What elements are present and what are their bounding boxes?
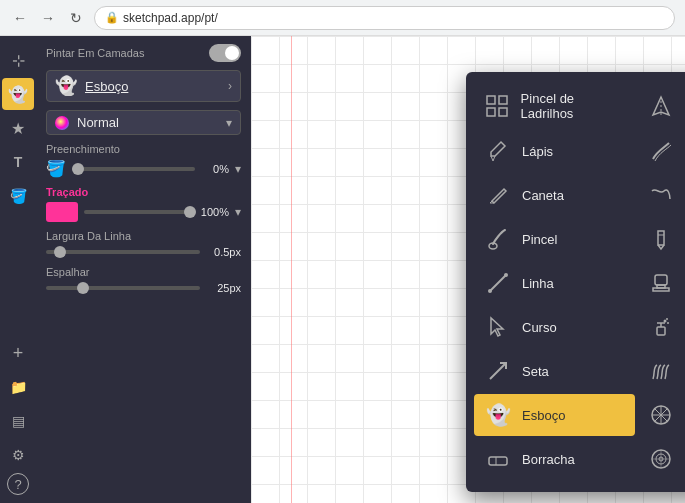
- brush-item-line[interactable]: Linha: [474, 262, 635, 304]
- sketch-label: Esboço: [522, 408, 565, 423]
- browser-chrome: ← → ↻ 🔒 sketchpad.app/pt/: [0, 0, 685, 36]
- fill-slider-thumb[interactable]: [72, 163, 84, 175]
- brush-item-crayon[interactable]: Giz de Cera: [637, 218, 685, 260]
- icon-bar-bottom: + 📁 ▤ ⚙ ?: [2, 337, 34, 503]
- brush-item-fur[interactable]: Pele: [637, 350, 685, 392]
- cursor-icon: [484, 313, 512, 341]
- brush-grid: Pincel de Ladrilhos Pincel Espelhado: [466, 80, 685, 484]
- line-width-track[interactable]: [46, 250, 200, 254]
- tool-add[interactable]: +: [2, 337, 34, 369]
- brush-ghost-icon: 👻: [55, 75, 77, 97]
- svg-rect-40: [489, 457, 507, 465]
- crayon-icon: [647, 225, 675, 253]
- tool-settings[interactable]: ⚙: [2, 439, 34, 471]
- brush-item-stamp[interactable]: Carimbo: [637, 262, 685, 304]
- lock-icon: 🔒: [105, 11, 119, 24]
- brush-item-arrow[interactable]: Seta: [474, 350, 635, 392]
- tool-transform[interactable]: ⊹: [2, 44, 34, 76]
- brush-item-serpentine[interactable]: Serpentina: [637, 174, 685, 216]
- tool-star[interactable]: ★: [2, 112, 34, 144]
- svg-rect-30: [657, 327, 665, 335]
- brush-item-eraser[interactable]: Borracha: [474, 438, 635, 480]
- brush-item-brush[interactable]: Pincel: [474, 218, 635, 260]
- brush-select[interactable]: 👻 Esboço ›: [46, 70, 241, 102]
- svg-rect-29: [653, 288, 669, 291]
- tool-help[interactable]: ?: [7, 473, 29, 495]
- forward-button[interactable]: →: [38, 8, 58, 28]
- tool-folder[interactable]: 📁: [2, 371, 34, 403]
- scatter-track[interactable]: [46, 286, 200, 290]
- svg-point-26: [504, 273, 508, 277]
- brush-item-mirror[interactable]: Pincel Espelhado: [637, 84, 685, 128]
- refresh-button[interactable]: ↻: [66, 8, 86, 28]
- brush-item-pencil[interactable]: Lápis: [474, 130, 635, 172]
- fill-value: 0%: [201, 163, 229, 175]
- brush-item-pen[interactable]: Caneta: [474, 174, 635, 216]
- arrow-icon: [484, 357, 512, 385]
- app-container: ⊹ 👻 ★ T 🪣 + 📁 ▤ ⚙ ? Pintar Em Camadas 👻 …: [0, 36, 685, 503]
- url-text: sketchpad.app/pt/: [123, 11, 218, 25]
- stroke-slider-thumb[interactable]: [184, 206, 196, 218]
- line-width-thumb[interactable]: [54, 246, 66, 258]
- stamp-icon: [647, 269, 675, 297]
- layers-toggle[interactable]: [209, 44, 241, 62]
- brush-item-web[interactable]: Teia: [637, 394, 685, 436]
- fill-section: Preenchimento 🪣 0% ▾: [46, 143, 241, 178]
- svg-line-34: [490, 363, 506, 379]
- fill-slider-container: [72, 167, 195, 171]
- svg-rect-18: [487, 108, 495, 116]
- brush-item-spirograph[interactable]: Espírógrafo: [637, 438, 685, 480]
- cursor-label: Curso: [522, 320, 557, 335]
- tool-layers[interactable]: ▤: [2, 405, 34, 437]
- brush-item-cursor[interactable]: Curso: [474, 306, 635, 348]
- spirograph-icon: [647, 445, 675, 473]
- blend-mode-select[interactable]: Normal ▾: [46, 110, 241, 135]
- tool-fill[interactable]: 🪣: [2, 180, 34, 212]
- brush-name-label: Esboço: [85, 79, 220, 94]
- back-button[interactable]: ←: [10, 8, 30, 28]
- brush-arrow-icon: ›: [228, 79, 232, 93]
- stroke-dropdown-arrow[interactable]: ▾: [235, 205, 241, 219]
- canvas-area[interactable]: Pincel de Ladrilhos Pincel Espelhado: [251, 36, 685, 503]
- line-width-header: Largura Da Linha: [46, 230, 241, 242]
- svg-point-32: [667, 322, 669, 324]
- blend-dot: [55, 116, 69, 130]
- layers-toggle-row: Pintar Em Camadas: [46, 44, 241, 62]
- brush-item-calligraphy[interactable]: Caligrafia: [637, 130, 685, 172]
- line-width-section: Largura Da Linha 0.5px: [46, 230, 241, 258]
- fill-dropdown-arrow[interactable]: ▾: [235, 162, 241, 176]
- tool-text[interactable]: T: [2, 146, 34, 178]
- sidebar-panel: Pintar Em Camadas 👻 Esboço › Normal ▾ Pr…: [36, 36, 251, 503]
- pencil-icon: [484, 137, 512, 165]
- toggle-knob: [225, 46, 239, 60]
- layers-label: Pintar Em Camadas: [46, 47, 144, 59]
- brush-item-tiles[interactable]: Pincel de Ladrilhos: [474, 84, 635, 128]
- eraser-icon: [484, 445, 512, 473]
- brush-item-spray[interactable]: Tinta Spray: [637, 306, 685, 348]
- serpentine-icon: [647, 181, 675, 209]
- icon-bar: ⊹ 👻 ★ T 🪣 + 📁 ▤ ⚙ ?: [0, 36, 36, 503]
- stroke-color-swatch[interactable]: [46, 202, 78, 222]
- brush-label: Pincel: [522, 232, 557, 247]
- stroke-section: Traçado 100% ▾: [46, 186, 241, 222]
- svg-rect-17: [499, 96, 507, 104]
- scatter-thumb[interactable]: [77, 282, 89, 294]
- svg-rect-19: [499, 108, 507, 116]
- arrow-label: Seta: [522, 364, 549, 379]
- fill-bucket-icon: 🪣: [46, 159, 66, 178]
- fill-slider-track[interactable]: [72, 167, 195, 171]
- calligraphy-icon: [647, 137, 675, 165]
- stroke-slider-track[interactable]: [84, 210, 195, 214]
- tool-brush[interactable]: 👻: [2, 78, 34, 110]
- fur-icon: [647, 357, 675, 385]
- blend-arrow-icon: ▾: [226, 116, 232, 130]
- line-width-value: 0.5px: [206, 246, 241, 258]
- svg-point-31: [664, 320, 667, 323]
- svg-point-25: [488, 289, 492, 293]
- brush-item-sketch[interactable]: 👻 Esboço: [474, 394, 635, 436]
- canvas-margin-line: [291, 36, 292, 503]
- address-bar[interactable]: 🔒 sketchpad.app/pt/: [94, 6, 675, 30]
- stroke-value: 100%: [201, 206, 229, 218]
- scatter-header: Espalhar: [46, 266, 241, 278]
- web-icon: [647, 401, 675, 429]
